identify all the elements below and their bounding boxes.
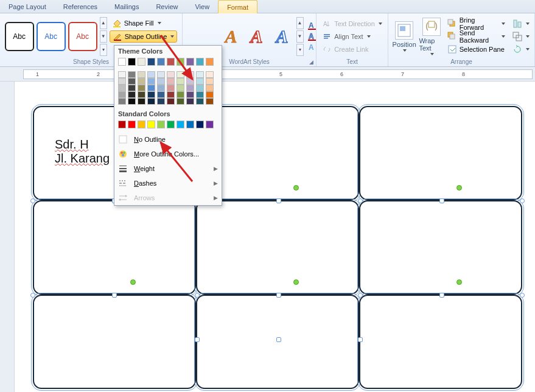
color-swatch[interactable] <box>206 91 214 98</box>
color-swatch[interactable] <box>167 58 175 66</box>
wordart-preset-3[interactable]: A <box>271 26 294 47</box>
color-swatch[interactable] <box>128 58 136 66</box>
tab-mailings[interactable]: Mailings <box>106 0 147 13</box>
color-swatch[interactable] <box>196 58 204 66</box>
color-swatch[interactable] <box>206 121 214 128</box>
gallery-expand-icon[interactable]: ▾ <box>100 44 107 56</box>
color-swatch[interactable] <box>167 98 175 105</box>
color-swatch[interactable] <box>138 78 145 85</box>
color-swatch[interactable] <box>157 85 165 91</box>
tab-view[interactable]: View <box>186 0 218 13</box>
color-swatch[interactable] <box>157 58 165 66</box>
color-swatch[interactable] <box>177 98 184 105</box>
vertical-ruler[interactable] <box>0 82 15 392</box>
color-swatch[interactable] <box>196 91 204 98</box>
color-swatch[interactable] <box>118 91 126 98</box>
scroll-down-icon[interactable]: ▼ <box>296 30 304 43</box>
color-swatch[interactable] <box>177 71 184 78</box>
color-swatch[interactable] <box>118 98 126 105</box>
color-swatch[interactable] <box>128 98 136 105</box>
more-outline-colors-item[interactable]: More Outline Colors... <box>114 147 222 161</box>
align-button[interactable] <box>511 18 531 30</box>
color-swatch[interactable] <box>177 91 184 98</box>
color-swatch[interactable] <box>138 85 145 91</box>
color-swatch[interactable] <box>128 121 136 128</box>
label-cell[interactable] <box>359 200 522 295</box>
label-cell[interactable] <box>33 200 196 295</box>
position-button[interactable]: Position <box>392 16 416 57</box>
group-objects-button[interactable] <box>511 30 531 43</box>
color-swatch[interactable] <box>167 121 175 128</box>
color-swatch[interactable] <box>147 85 155 91</box>
wordart-preset-2[interactable]: A <box>245 26 268 47</box>
color-swatch[interactable] <box>128 91 136 98</box>
color-swatch[interactable] <box>147 58 155 66</box>
color-swatch[interactable] <box>177 78 184 85</box>
rotate-button[interactable] <box>511 43 531 55</box>
arrows-item[interactable]: Arrows ▶ <box>114 191 222 205</box>
text-effects-icon[interactable]: A <box>307 43 317 52</box>
shape-style-gallery-scroll[interactable]: ▲ ▼ ▾ <box>100 17 107 56</box>
selection-pane-button[interactable]: Selection Pane <box>446 43 506 55</box>
tab-review[interactable]: Review <box>147 0 186 13</box>
color-swatch[interactable] <box>206 71 214 78</box>
shape-outline-button[interactable]: Shape Outline <box>110 30 178 43</box>
weight-item[interactable]: Weight ▶ <box>114 161 222 176</box>
color-swatch[interactable] <box>147 91 155 98</box>
send-backward-button[interactable]: Send Backward <box>446 30 506 43</box>
label-cell[interactable] <box>33 295 196 389</box>
color-swatch[interactable] <box>186 71 194 78</box>
color-swatch[interactable] <box>177 58 184 66</box>
color-swatch[interactable] <box>118 78 126 85</box>
shape-style-preset-2[interactable]: Abc <box>37 22 66 51</box>
color-swatch[interactable] <box>157 98 165 105</box>
tab-format[interactable]: Format <box>218 0 257 13</box>
tab-page-layout[interactable]: Page Layout <box>0 0 55 13</box>
text-direction-button[interactable]: A Text Direction <box>320 18 384 30</box>
color-swatch[interactable] <box>118 71 126 78</box>
color-swatch[interactable] <box>206 98 214 105</box>
create-link-button[interactable]: Create Link <box>320 43 384 55</box>
tab-references[interactable]: References <box>55 0 106 13</box>
color-swatch[interactable] <box>167 91 175 98</box>
color-swatch[interactable] <box>196 71 204 78</box>
color-swatch[interactable] <box>138 98 145 105</box>
wordart-gallery-scroll[interactable]: ▲ ▼ ▾ <box>296 17 304 56</box>
color-swatch[interactable] <box>128 78 136 85</box>
color-swatch[interactable] <box>177 85 184 91</box>
no-outline-item[interactable]: No Outline <box>114 132 222 147</box>
color-swatch[interactable] <box>147 121 155 128</box>
shape-style-preset-1[interactable]: Abc <box>5 22 34 51</box>
label-cell[interactable] <box>196 200 359 295</box>
color-swatch[interactable] <box>147 98 155 105</box>
color-swatch[interactable] <box>118 58 126 66</box>
scroll-up-icon[interactable]: ▲ <box>296 17 304 29</box>
color-swatch[interactable] <box>186 91 194 98</box>
color-swatch[interactable] <box>157 78 165 85</box>
shape-fill-button[interactable]: Shape Fill <box>110 17 178 29</box>
color-swatch[interactable] <box>138 71 145 78</box>
document-canvas[interactable]: Sdr. H Jl. Karang <box>15 82 535 392</box>
color-swatch[interactable] <box>206 85 214 91</box>
color-swatch[interactable] <box>177 121 184 128</box>
align-text-button[interactable]: Align Text <box>320 30 384 43</box>
dashes-item[interactable]: Dashes ▶ <box>114 176 222 191</box>
color-swatch[interactable] <box>118 85 126 91</box>
bring-forward-button[interactable]: Bring Forward <box>446 18 506 30</box>
color-swatch[interactable] <box>186 98 194 105</box>
color-swatch[interactable] <box>167 85 175 91</box>
label-cell[interactable] <box>359 106 522 200</box>
scroll-down-icon[interactable]: ▼ <box>100 30 107 43</box>
shape-style-preset-3[interactable]: Abc <box>68 22 97 51</box>
text-fill-icon[interactable]: A <box>307 21 317 30</box>
color-swatch[interactable] <box>138 121 145 128</box>
color-swatch[interactable] <box>138 58 145 66</box>
wrap-text-button[interactable]: Wrap Text <box>419 16 443 57</box>
color-swatch[interactable] <box>147 71 155 78</box>
color-swatch[interactable] <box>206 78 214 85</box>
gallery-expand-icon[interactable]: ▾ <box>296 44 304 56</box>
color-swatch[interactable] <box>186 78 194 85</box>
color-swatch[interactable] <box>128 71 136 78</box>
color-swatch[interactable] <box>157 121 165 128</box>
color-swatch[interactable] <box>147 78 155 85</box>
